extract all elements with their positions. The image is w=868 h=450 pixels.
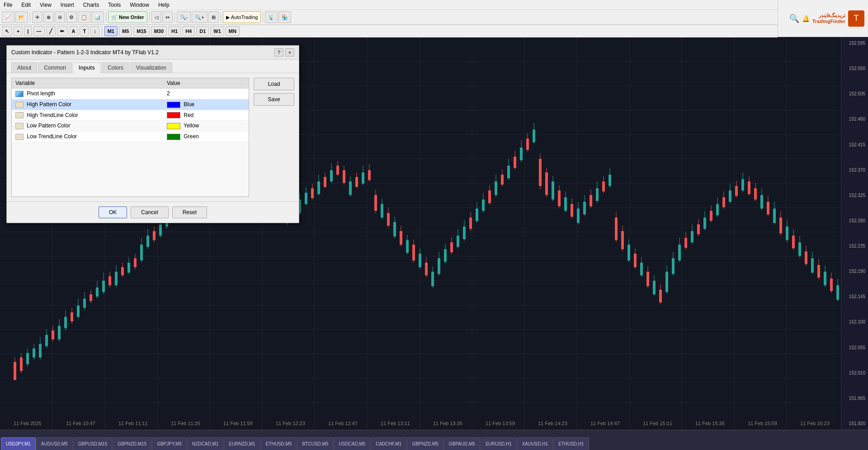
tf-mn[interactable]: MN: [226, 26, 240, 36]
ok-button[interactable]: OK: [99, 206, 127, 218]
tab-btcusd-m5[interactable]: BTCUSD,M5: [297, 437, 333, 450]
inputs-tbody: Pivot length 2 High Pattern Color: [12, 89, 249, 197]
zoom-bar-out-btn[interactable]: 🔍+: [192, 11, 207, 23]
search-icon[interactable]: 🔍: [789, 14, 799, 23]
tab-about[interactable]: About: [11, 62, 37, 73]
tab-ethusd-h1[interactable]: ETHUSD,H1: [553, 437, 589, 450]
tf-m30[interactable]: M30: [151, 26, 167, 36]
tab-xauusd-h1[interactable]: XAUUSD,H1: [517, 437, 553, 450]
menu-charts[interactable]: Charts: [81, 2, 101, 8]
tab-eurnzd-m1[interactable]: EURNZD,M1: [224, 437, 260, 450]
table-row[interactable]: Low TrendLine Color Green: [12, 131, 249, 142]
menu-tools[interactable]: Tools: [106, 2, 123, 8]
cursor-btn[interactable]: ↖: [2, 26, 12, 36]
grid-btn[interactable]: ⊞: [208, 11, 219, 23]
load-btn[interactable]: Load: [254, 78, 294, 90]
row-value-lpc[interactable]: Yellow: [163, 121, 249, 131]
price-label-12: 152.055: [842, 345, 867, 350]
svg-text:11 Feb 11:59: 11 Feb 11:59: [223, 421, 253, 426]
notification-icon[interactable]: 🔔: [802, 15, 810, 22]
menu-view[interactable]: View: [38, 2, 53, 8]
menu-file[interactable]: File: [2, 2, 14, 8]
tf-h4[interactable]: H4: [182, 26, 195, 36]
menu-window[interactable]: Window: [128, 2, 151, 8]
tab-inputs[interactable]: Inputs: [73, 62, 101, 73]
row-value-ltlc[interactable]: Green: [163, 131, 249, 142]
drawing-toolbar: ↖ + | — ╱ ✏ A T ↕ M1 M5 M15 M30 H1 H4 D1…: [0, 25, 778, 38]
tab-gbpnzd-m15[interactable]: GBPNZD,M15: [113, 437, 151, 450]
open-btn[interactable]: 📂: [15, 11, 28, 23]
signals-btn[interactable]: 📡: [265, 11, 278, 23]
tab-gbpusd-m15[interactable]: GBPUSD,M15: [73, 437, 112, 450]
tab-visualization[interactable]: Visualization: [130, 62, 172, 73]
row-value-htlc[interactable]: Red: [163, 110, 249, 121]
table-row[interactable]: Pivot length 2: [12, 89, 249, 99]
crosshair2-btn[interactable]: +: [14, 26, 23, 36]
tf-m15[interactable]: M15: [133, 26, 149, 36]
pencil-btn[interactable]: ✏: [57, 26, 67, 36]
menu-help[interactable]: Help: [156, 2, 171, 8]
row-value-pivot[interactable]: 2: [163, 89, 249, 99]
draw-line-btn[interactable]: ╱: [46, 26, 56, 36]
zoom-bar-btn[interactable]: 🔍-: [177, 11, 191, 23]
svg-text:11 Feb 10:47: 11 Feb 10:47: [66, 421, 95, 426]
tab-cadchf-m1[interactable]: CADCHF,M1: [371, 437, 406, 450]
chart-shift-btn[interactable]: ◁: [151, 11, 161, 23]
price-axis: 152.595 152.550 152.505 152.460 152.415 …: [841, 37, 868, 430]
zoom-out-btn[interactable]: ⊖: [55, 11, 65, 23]
chart-lock-btn[interactable]: ⇔: [162, 11, 173, 23]
row-value-hpc[interactable]: Blue: [163, 99, 249, 110]
hline-btn[interactable]: —: [33, 26, 45, 36]
crosshair-btn[interactable]: ✛: [32, 11, 42, 23]
dialog-close-btn[interactable]: ×: [285, 48, 294, 56]
color-icon-hpc: [15, 102, 24, 108]
line-btn[interactable]: |: [24, 26, 32, 36]
table-row[interactable]: Low Pattern Color Yellow: [12, 121, 249, 131]
price-label-0: 152.595: [842, 41, 867, 46]
arrow-btn[interactable]: ↕: [90, 26, 99, 36]
svg-text:11 Feb 13:35: 11 Feb 13:35: [433, 421, 462, 426]
autotrading-btn[interactable]: ▶ AutoTrading: [223, 11, 261, 23]
svg-text:11 Feb 13:59: 11 Feb 13:59: [486, 421, 515, 426]
tf-m1[interactable]: M1: [104, 26, 118, 36]
tab-common[interactable]: Common: [38, 62, 72, 73]
tf-h1[interactable]: H1: [168, 26, 181, 36]
price-label-15: 151.920: [842, 421, 867, 426]
indicators-btn[interactable]: 📊: [91, 11, 104, 23]
sep5: [221, 12, 221, 22]
empty-row: [12, 142, 249, 197]
tf-d1[interactable]: D1: [196, 26, 209, 36]
menu-edit[interactable]: Edit: [19, 2, 33, 8]
new-order-btn[interactable]: 🛒 New Order: [108, 11, 147, 23]
tab-gbpnzd-m5[interactable]: GBPNZD,M5: [407, 437, 443, 450]
market-btn[interactable]: 🏪: [278, 11, 291, 23]
svg-text:11 Feb 15:35: 11 Feb 15:35: [695, 421, 725, 426]
tab-usdjpy-m1[interactable]: USDJPY,M1: [1, 437, 36, 450]
zoom-in-btn[interactable]: ⊕: [43, 11, 54, 23]
tab-colors[interactable]: Colors: [102, 62, 129, 73]
tab-eurusd-h1[interactable]: EURUSD,H1: [481, 437, 517, 450]
tf-m5[interactable]: M5: [119, 26, 132, 36]
new-chart-btn[interactable]: 📈: [2, 11, 14, 23]
tab-gbpaud-m5[interactable]: GBPAUD,M5: [444, 437, 480, 450]
color-icon-htlc: [15, 112, 24, 118]
tf-w1[interactable]: W1: [210, 26, 224, 36]
tab-audusd-m5[interactable]: AUDUSD,M5: [36, 437, 73, 450]
svg-text:11 Feb 11:35: 11 Feb 11:35: [171, 421, 200, 426]
tab-gbpjpy-m5[interactable]: GBPJPY,M5: [152, 437, 187, 450]
tab-nzdcad-m1[interactable]: NZDCAD,M1: [187, 437, 223, 450]
template-btn[interactable]: 📋: [78, 11, 90, 23]
tab-ethusd-m5[interactable]: ETHUSD,M5: [261, 437, 297, 450]
properties-btn[interactable]: ⚙: [66, 11, 77, 23]
tab-usdcad-m5[interactable]: USDCAD,M5: [334, 437, 370, 450]
col-variable: Variable: [12, 78, 163, 89]
text-btn[interactable]: A: [69, 26, 79, 36]
reset-button[interactable]: Reset: [172, 206, 207, 218]
cancel-button[interactable]: Cancel: [131, 206, 168, 218]
table-row[interactable]: High Pattern Color Blue: [12, 99, 249, 110]
label-btn[interactable]: T: [80, 26, 89, 36]
table-row[interactable]: High TrendLine Color Red: [12, 110, 249, 121]
save-btn[interactable]: Save: [254, 93, 294, 106]
dialog-help-btn[interactable]: ?: [274, 48, 283, 56]
menu-insert[interactable]: Insert: [59, 2, 76, 8]
